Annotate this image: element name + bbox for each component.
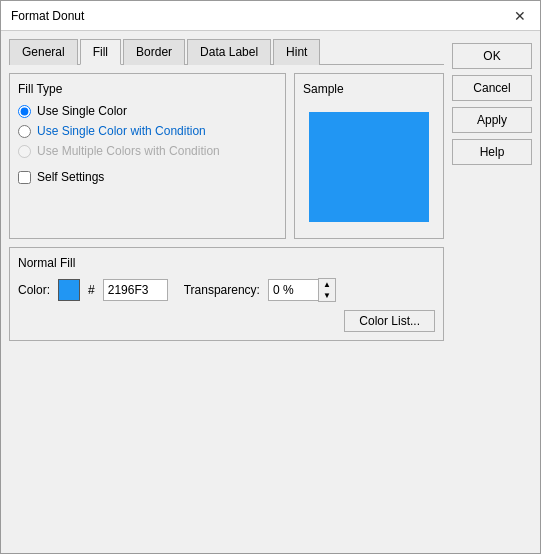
radio-multiple-colors: Use Multiple Colors with Condition [18, 144, 277, 158]
side-buttons: OK Cancel Apply Help [452, 39, 532, 545]
radio-single-color-condition-label: Use Single Color with Condition [37, 124, 206, 138]
tabs-bar: General Fill Border Data Label Hint [9, 39, 444, 65]
close-button[interactable]: ✕ [510, 6, 530, 26]
radio-single-color-condition[interactable]: Use Single Color with Condition [18, 124, 277, 138]
transparency-label: Transparency: [184, 283, 260, 297]
tab-data-label[interactable]: Data Label [187, 39, 271, 65]
dialog-title: Format Donut [11, 9, 84, 23]
apply-button[interactable]: Apply [452, 107, 532, 133]
fill-type-panel: Fill Type Use Single Color Use Single Co… [9, 73, 286, 239]
spinner-down-button[interactable]: ▼ [319, 290, 335, 301]
ok-button[interactable]: OK [452, 43, 532, 69]
normal-fill-title: Normal Fill [18, 256, 435, 270]
fill-type-options: Use Single Color Use Single Color with C… [18, 104, 277, 158]
main-area: General Fill Border Data Label Hint Fill… [9, 39, 444, 545]
self-settings-checkbox[interactable] [18, 171, 31, 184]
tab-border[interactable]: Border [123, 39, 185, 65]
normal-fill-panel: Normal Fill Color: # Transparency: ▲ ▼ [9, 247, 444, 341]
color-list-row: Color List... [18, 310, 435, 332]
help-button[interactable]: Help [452, 139, 532, 165]
radio-single-color[interactable]: Use Single Color [18, 104, 277, 118]
cancel-button[interactable]: Cancel [452, 75, 532, 101]
fill-type-title: Fill Type [18, 82, 277, 96]
color-swatch[interactable] [58, 279, 80, 301]
format-donut-dialog: Format Donut ✕ General Fill Border Data … [0, 0, 541, 554]
spinner-buttons: ▲ ▼ [318, 278, 336, 302]
radio-single-color-label: Use Single Color [37, 104, 127, 118]
tab-general[interactable]: General [9, 39, 78, 65]
transparency-input[interactable] [268, 279, 318, 301]
color-label: Color: [18, 283, 50, 297]
dialog-body: General Fill Border Data Label Hint Fill… [1, 31, 540, 553]
sample-title: Sample [303, 82, 344, 96]
sample-panel: Sample [294, 73, 444, 239]
tab-fill[interactable]: Fill [80, 39, 121, 65]
transparency-spinner: ▲ ▼ [268, 278, 336, 302]
radio-multiple-colors-input [18, 145, 31, 158]
sample-preview [309, 112, 429, 222]
spinner-up-button[interactable]: ▲ [319, 279, 335, 290]
self-settings-row: Self Settings [18, 170, 277, 184]
self-settings-label: Self Settings [37, 170, 104, 184]
radio-single-color-input[interactable] [18, 105, 31, 118]
color-list-button[interactable]: Color List... [344, 310, 435, 332]
normal-fill-row: Color: # Transparency: ▲ ▼ [18, 278, 435, 302]
tab-hint[interactable]: Hint [273, 39, 320, 65]
color-hex-input[interactable] [103, 279, 168, 301]
radio-multiple-colors-label: Use Multiple Colors with Condition [37, 144, 220, 158]
top-panels: Fill Type Use Single Color Use Single Co… [9, 73, 444, 239]
title-bar: Format Donut ✕ [1, 1, 540, 31]
content-area: Fill Type Use Single Color Use Single Co… [9, 73, 444, 545]
radio-single-color-condition-input[interactable] [18, 125, 31, 138]
hash-symbol: # [88, 283, 95, 297]
